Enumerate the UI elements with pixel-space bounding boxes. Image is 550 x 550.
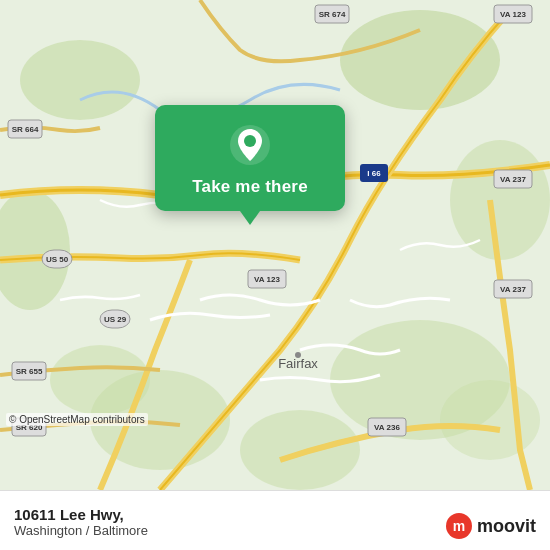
moovit-logo: m moovit — [445, 512, 536, 540]
svg-text:VA 123: VA 123 — [254, 275, 280, 284]
svg-point-7 — [240, 410, 360, 490]
svg-text:Fairfax: Fairfax — [278, 356, 318, 371]
map-attribution: © OpenStreetMap contributors — [6, 413, 148, 426]
svg-point-8 — [440, 380, 540, 460]
map-container: I 66 I 66 SR 674 VA 123 SR 664 US 50 VA … — [0, 0, 550, 490]
moovit-icon: m — [445, 512, 473, 540]
svg-text:VA 237: VA 237 — [500, 175, 526, 184]
svg-point-1 — [340, 10, 500, 110]
city-line: Washington / Baltimore — [14, 523, 148, 538]
popup-card[interactable]: Take me there — [155, 105, 345, 211]
take-me-there-label: Take me there — [192, 177, 308, 197]
svg-point-39 — [244, 135, 256, 147]
svg-text:I 66: I 66 — [367, 169, 381, 178]
svg-text:m: m — [453, 518, 465, 534]
svg-point-2 — [20, 40, 140, 120]
svg-text:VA 237: VA 237 — [500, 285, 526, 294]
location-pin-icon — [228, 123, 272, 167]
svg-text:US 29: US 29 — [104, 315, 127, 324]
svg-text:SR 664: SR 664 — [12, 125, 39, 134]
svg-point-3 — [450, 140, 550, 260]
svg-point-37 — [295, 352, 301, 358]
svg-text:SR 655: SR 655 — [16, 367, 43, 376]
svg-text:VA 236: VA 236 — [374, 423, 400, 432]
svg-text:VA 123: VA 123 — [500, 10, 526, 19]
bottom-bar: 10611 Lee Hwy, Washington / Baltimore m … — [0, 490, 550, 550]
svg-text:SR 674: SR 674 — [319, 10, 346, 19]
svg-text:US 50: US 50 — [46, 255, 69, 264]
moovit-text: moovit — [477, 516, 536, 537]
address-line: 10611 Lee Hwy, — [14, 506, 148, 523]
